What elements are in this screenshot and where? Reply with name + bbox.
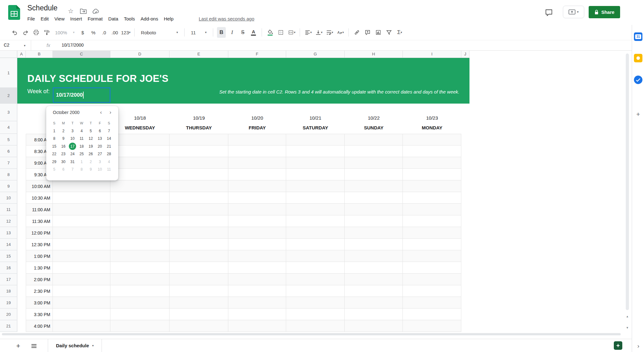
calendar-day[interactable]: 9 [86, 166, 95, 173]
scroll-up-arrow[interactable]: ▲ [625, 314, 630, 319]
menu-tools[interactable]: Tools [121, 15, 138, 23]
menu-edit[interactable]: Edit [38, 15, 52, 23]
add-sheet-button[interactable]: + [14, 342, 23, 350]
calendar-day[interactable]: 30 [59, 158, 68, 166]
calendar-day[interactable]: 11 [77, 135, 86, 143]
calendar-day[interactable]: 12 [86, 135, 95, 143]
calendar-day[interactable]: 3 [95, 158, 104, 166]
schedule-cell[interactable] [403, 250, 461, 262]
calendar-day[interactable]: 24 [68, 150, 77, 158]
schedule-cell[interactable] [228, 239, 286, 250]
row-header-8[interactable]: 8 [0, 169, 17, 180]
schedule-cell[interactable] [110, 274, 169, 285]
schedule-cell[interactable] [110, 262, 169, 274]
present-button[interactable]: ▾ [563, 6, 584, 18]
schedule-cell[interactable] [345, 134, 403, 145]
schedule-cell[interactable] [286, 192, 345, 204]
insert-link-button[interactable] [353, 27, 361, 38]
google-calendar-icon[interactable]: 31 [634, 32, 642, 41]
column-header-E[interactable]: E [169, 50, 228, 58]
schedule-cell[interactable] [403, 215, 461, 227]
calendar-day[interactable]: 6 [95, 127, 104, 135]
date-header[interactable]: 10/18 [110, 114, 169, 122]
vertical-align-button[interactable]: ▾ [314, 27, 323, 38]
time-cell[interactable]: 3:00 PM [26, 297, 53, 309]
calendar-day[interactable]: 1 [50, 127, 59, 135]
column-header-I[interactable]: I [403, 50, 461, 58]
schedule-cell[interactable] [169, 320, 228, 332]
schedule-cell[interactable] [53, 320, 110, 332]
row-header-1[interactable]: 1 [0, 58, 17, 88]
move-folder-icon[interactable] [79, 7, 87, 15]
insert-comment-button[interactable] [363, 27, 372, 38]
paint-format-button[interactable] [42, 27, 51, 38]
redo-button[interactable] [21, 27, 30, 38]
insert-chart-button[interactable] [374, 27, 383, 38]
print-button[interactable] [32, 27, 41, 38]
sheets-logo[interactable] [8, 5, 20, 20]
day-header[interactable]: SATURDAY [286, 123, 345, 132]
text-rotation-button[interactable]: A ▾ [336, 27, 345, 38]
google-keep-icon[interactable] [634, 54, 642, 62]
schedule-cell[interactable] [53, 262, 110, 274]
calendar-day[interactable]: 28 [104, 150, 114, 158]
schedule-cell[interactable] [110, 192, 169, 204]
schedule-cell[interactable] [53, 192, 110, 204]
scroll-down-arrow[interactable]: ▼ [625, 325, 630, 331]
schedule-cell[interactable] [286, 297, 345, 309]
schedule-cell[interactable] [286, 227, 345, 239]
time-cell[interactable]: 2:00 PM [26, 274, 53, 285]
calendar-day[interactable]: 2 [59, 127, 68, 135]
column-header-G[interactable]: G [286, 50, 345, 58]
schedule-cell[interactable] [345, 262, 403, 274]
row-header-5[interactable]: 5 [0, 134, 17, 145]
calendar-day[interactable]: 15 [50, 143, 59, 150]
calendar-day[interactable]: 18 [77, 143, 86, 150]
all-sheets-button[interactable] [30, 342, 38, 350]
schedule-cell[interactable] [228, 157, 286, 169]
schedule-cell[interactable] [403, 227, 461, 239]
row-header-21[interactable]: 21 [0, 320, 17, 332]
schedule-cell[interactable] [110, 239, 169, 250]
schedule-cell[interactable] [403, 274, 461, 285]
schedule-cell[interactable] [345, 192, 403, 204]
calendar-day[interactable]: 31 [68, 158, 77, 166]
row-header-20[interactable]: 20 [0, 309, 17, 320]
calendar-day[interactable]: 25 [77, 150, 86, 158]
schedule-cell[interactable] [228, 250, 286, 262]
schedule-cell[interactable] [169, 204, 228, 215]
schedule-cell[interactable] [345, 215, 403, 227]
row-header-11[interactable]: 11 [0, 204, 17, 215]
row-header-4[interactable]: 4 [0, 121, 17, 134]
schedule-cell[interactable] [286, 180, 345, 192]
day-header[interactable]: SUNDAY [345, 123, 403, 132]
calendar-day[interactable]: 1 [77, 158, 86, 166]
row-header-6[interactable]: 6 [0, 145, 17, 157]
row-header-9[interactable]: 9 [0, 180, 17, 192]
schedule-cell[interactable] [169, 250, 228, 262]
schedule-cell[interactable] [345, 309, 403, 320]
schedule-cell[interactable] [403, 320, 461, 332]
date-header[interactable]: 10/22 [345, 114, 403, 122]
schedule-cell[interactable] [169, 239, 228, 250]
schedule-cell[interactable] [286, 309, 345, 320]
schedule-cell[interactable] [286, 215, 345, 227]
schedule-cell[interactable] [403, 262, 461, 274]
schedule-cell[interactable] [286, 157, 345, 169]
schedule-cell[interactable] [286, 262, 345, 274]
schedule-cell[interactable] [403, 192, 461, 204]
row-header-2[interactable]: 2 [0, 88, 17, 104]
schedule-cell[interactable] [228, 215, 286, 227]
fill-color-button[interactable] [266, 27, 275, 38]
time-cell[interactable]: 10:00 AM [26, 180, 53, 192]
calendar-day[interactable]: 20 [95, 143, 104, 150]
calendar-day[interactable]: 8 [50, 135, 59, 143]
column-header-D[interactable]: D [110, 50, 169, 58]
schedule-cell[interactable] [345, 157, 403, 169]
schedule-cell[interactable] [169, 309, 228, 320]
schedule-cell[interactable] [228, 309, 286, 320]
schedule-cell[interactable] [403, 180, 461, 192]
schedule-cell[interactable] [53, 227, 110, 239]
row-header-3[interactable]: 3 [0, 104, 17, 121]
schedule-cell[interactable] [228, 285, 286, 297]
